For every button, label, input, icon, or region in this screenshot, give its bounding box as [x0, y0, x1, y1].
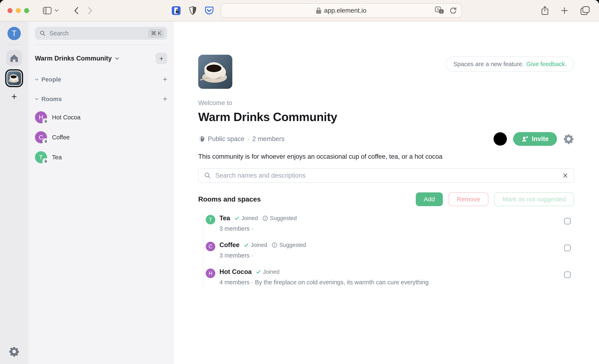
room-name: Tea — [52, 154, 62, 161]
url-text: app.element.io — [324, 7, 366, 14]
forward-button[interactable] — [88, 7, 92, 15]
room-meta: 3 members · — [220, 225, 297, 232]
search-icon — [40, 30, 46, 36]
banner-text: Spaces are a new feature. — [453, 61, 524, 68]
room-meta: 4 members · By the fireplace on cold eve… — [220, 279, 429, 286]
search-shortcut-badge: ⌘ K — [148, 29, 164, 38]
row-checkbox[interactable] — [564, 245, 571, 251]
password-manager-extension-icon[interactable] — [172, 6, 181, 15]
active-space-button[interactable] — [5, 69, 23, 87]
globe-icon — [198, 136, 205, 142]
person-add-icon — [521, 136, 528, 142]
room-avatar: C — [35, 131, 47, 143]
room-item-hot-cocoa[interactable]: H Hot Cocoa — [35, 110, 167, 124]
close-window-button[interactable] — [8, 8, 12, 13]
search-input[interactable]: Search ⌘ K — [35, 27, 167, 40]
translate-icon[interactable]: A x — [435, 7, 444, 15]
space-title: Warm Drinks Community — [198, 110, 574, 124]
search-placeholder: Search — [50, 30, 148, 37]
room-avatar: H — [35, 111, 47, 123]
rooms-search-field[interactable]: Search names and descriptions — [198, 168, 574, 183]
create-space-button[interactable]: + — [11, 92, 17, 101]
people-section-label: People — [41, 76, 61, 83]
chevron-down-icon[interactable] — [115, 57, 119, 60]
new-tab-icon[interactable] — [560, 7, 569, 15]
space-visibility: Public space — [208, 135, 244, 143]
home-icon — [9, 54, 19, 62]
space-child-row-coffee[interactable]: C Coffee Joined Suggested — [206, 241, 574, 259]
clear-search-icon[interactable] — [562, 173, 568, 178]
rooms-section-header[interactable]: Rooms + — [35, 95, 167, 103]
space-room-view: Spaces are a new feature. Give feedback.… — [174, 21, 599, 364]
space-child-row-tea[interactable]: T Tea Joined Suggested — [206, 214, 574, 232]
home-space-button[interactable] — [6, 50, 22, 66]
address-bar[interactable]: app.element.io A x — [221, 3, 462, 18]
room-meta: 3 members · — [220, 252, 306, 259]
settings-gear-icon[interactable] — [9, 346, 19, 357]
browser-toolbar: app.element.io A x — [0, 0, 599, 21]
member-facepile-avatar[interactable] — [493, 132, 507, 146]
room-item-coffee[interactable]: C Coffee — [35, 130, 167, 144]
space-description: This community is for whoever enjoys an … — [198, 153, 574, 160]
search-icon — [204, 172, 211, 179]
room-avatar: T — [206, 215, 215, 224]
share-icon[interactable] — [541, 6, 549, 15]
zoom-window-button[interactable] — [24, 8, 29, 13]
room-avatar: C — [206, 242, 215, 251]
minimize-window-button[interactable] — [16, 8, 21, 13]
room-name: Tea — [220, 214, 230, 222]
space-children-list: T Tea Joined Suggested — [203, 214, 574, 286]
people-section-header[interactable]: People + — [35, 75, 167, 84]
invite-button[interactable]: Invite — [513, 132, 557, 146]
room-list: H Hot Cocoa C Coffee T Tea — [35, 110, 167, 164]
member-count[interactable]: 2 members — [252, 135, 284, 143]
room-name: Hot Cocoa — [52, 114, 80, 121]
add-to-space-button[interactable]: + — [156, 53, 167, 64]
public-room-globe-badge — [43, 138, 48, 144]
rail-divider — [7, 44, 22, 45]
chevron-down-icon[interactable] — [54, 9, 59, 12]
welcome-label: Welcome to — [198, 99, 574, 107]
space-avatar-image — [7, 71, 21, 85]
room-item-tea[interactable]: T Tea — [35, 150, 167, 164]
svg-text:A: A — [437, 8, 439, 12]
space-name-menu[interactable]: Warm Drinks Community — [35, 55, 112, 62]
room-avatar: T — [35, 151, 47, 163]
sidebar-toggle-icon[interactable] — [43, 7, 52, 14]
space-settings-gear-icon[interactable] — [563, 133, 574, 144]
give-feedback-link[interactable]: Give feedback. — [526, 61, 567, 68]
suggested-chip: Suggested — [263, 215, 297, 222]
add-room-button[interactable]: + — [163, 95, 167, 103]
room-name: Hot Cocoa — [220, 268, 252, 275]
rooms-search-placeholder: Search names and descriptions — [215, 172, 562, 179]
space-child-row-hot-cocoa[interactable]: H Hot Cocoa Joined 4 members · By the fi… — [206, 268, 574, 286]
room-name: Coffee — [52, 134, 70, 141]
add-button[interactable]: Add — [416, 192, 443, 206]
back-button[interactable] — [74, 7, 79, 15]
rooms-and-spaces-title: Rooms and spaces — [198, 195, 261, 203]
spaces-feedback-banner: Spaces are a new feature. Give feedback. — [446, 56, 574, 72]
remove-button[interactable]: Remove — [449, 192, 489, 206]
room-name: Coffee — [220, 241, 239, 249]
invite-label: Invite — [532, 135, 549, 143]
add-people-button[interactable]: + — [163, 75, 167, 84]
joined-chip: Joined — [235, 215, 258, 222]
dot-separator: · — [247, 135, 249, 143]
pocket-extension-icon[interactable] — [205, 6, 214, 15]
user-avatar[interactable]: T — [8, 27, 21, 40]
reload-icon[interactable] — [449, 7, 457, 14]
room-avatar: H — [206, 268, 215, 278]
tls-lock-icon — [316, 7, 321, 14]
svg-text:x: x — [441, 10, 442, 13]
row-checkbox[interactable] — [564, 271, 571, 278]
rooms-section-label: Rooms — [41, 96, 62, 103]
space-rail: T — [0, 21, 28, 364]
mark-not-suggested-button[interactable]: Mark as not suggested — [494, 192, 574, 206]
suggested-chip: Suggested — [272, 242, 306, 248]
public-room-globe-badge — [43, 118, 48, 124]
shield-extension-icon[interactable] — [189, 6, 196, 15]
space-hero-image[interactable] — [198, 55, 232, 89]
row-checkbox[interactable] — [564, 218, 571, 224]
tab-overview-icon[interactable] — [580, 6, 590, 15]
left-panel: Search ⌘ K Warm Drinks Community + Peopl… — [28, 21, 174, 364]
